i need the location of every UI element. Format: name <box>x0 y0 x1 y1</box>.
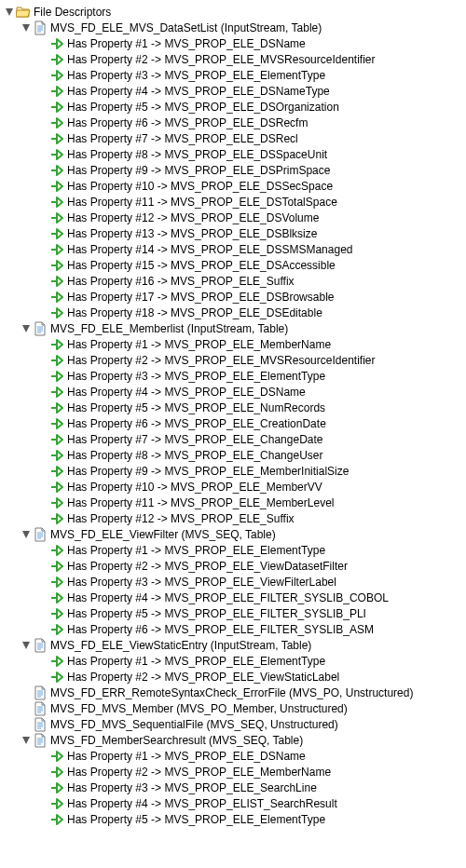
tree-item-label: Has Property #5 -> MVS_PROP_ELE_FILTER_S… <box>67 607 366 620</box>
property-arrow-icon <box>49 812 64 827</box>
tree-property[interactable]: Has Property #12 -> MVS_PROP_ELE_DSVolum… <box>4 210 462 225</box>
tree-property[interactable]: Has Property #13 -> MVS_PROP_ELE_DSBlksi… <box>4 225 462 241</box>
property-arrow-icon <box>49 749 64 764</box>
tree-node[interactable]: MVS_FD_MVS_Member (MVS_PO_Member, Unstru… <box>4 700 462 716</box>
file-icon <box>33 701 48 716</box>
property-arrow-icon <box>49 670 64 685</box>
tree-property[interactable]: Has Property #3 -> MVS_PROP_ELE_SearchLi… <box>4 780 462 795</box>
tree-item-label: MVS_FD_ELE_Memberlist (InputStream, Tabl… <box>50 322 288 335</box>
tree-property[interactable]: Has Property #6 -> MVS_PROP_ELE_FILTER_S… <box>4 621 462 637</box>
tree-property[interactable]: Has Property #11 -> MVS_PROP_ELE_DSTotal… <box>4 194 462 210</box>
collapse-icon[interactable] <box>4 7 14 17</box>
tree-property[interactable]: Has Property #14 -> MVS_PROP_ELE_DSSMSMa… <box>4 241 462 257</box>
property-arrow-icon <box>49 305 64 320</box>
tree-property[interactable]: Has Property #8 -> MVS_PROP_ELE_DSSpaceU… <box>4 146 462 162</box>
tree-property[interactable]: Has Property #15 -> MVS_PROP_ELE_DSAcces… <box>4 257 462 273</box>
tree-property[interactable]: Has Property #10 -> MVS_PROP_ELE_MemberV… <box>4 479 462 495</box>
tree-item-label: Has Property #3 -> MVS_PROP_ELE_SearchLi… <box>67 781 317 794</box>
tree-property[interactable]: Has Property #12 -> MVS_PROP_ELE_Suffix <box>4 510 462 526</box>
tree-property[interactable]: Has Property #2 -> MVS_PROP_ELE_MVSResou… <box>4 352 462 368</box>
collapse-icon[interactable] <box>21 22 31 33</box>
tree-property[interactable]: Has Property #1 -> MVS_PROP_ELE_DSName <box>4 748 462 764</box>
tree-property[interactable]: Has Property #4 -> MVS_PROP_ELE_DSNameTy… <box>4 83 462 99</box>
property-arrow-icon <box>49 131 64 146</box>
property-arrow-icon <box>49 195 64 210</box>
tree-item-label: Has Property #4 -> MVS_PROP_ELE_FILTER_S… <box>67 591 389 604</box>
tree-root-file-descriptors[interactable]: File Descriptors <box>4 4 462 20</box>
tree-node[interactable]: MVS_FD_ELE_MVS_DataSetList (InputStream,… <box>4 20 462 35</box>
collapse-icon[interactable] <box>21 735 31 745</box>
tree-property[interactable]: Has Property #18 -> MVS_PROP_ELE_DSEdita… <box>4 305 462 320</box>
collapse-icon[interactable] <box>21 640 31 650</box>
tree-item-label: Has Property #1 -> MVS_PROP_ELE_MemberNa… <box>67 338 331 351</box>
tree-property[interactable]: Has Property #2 -> MVS_PROP_ELE_ViewStat… <box>4 669 462 685</box>
property-arrow-icon <box>49 385 64 400</box>
tree-property[interactable]: Has Property #1 -> MVS_PROP_ELE_MemberNa… <box>4 336 462 352</box>
collapse-icon[interactable] <box>21 529 31 539</box>
property-arrow-icon <box>49 210 64 225</box>
tree-item-label: Has Property #4 -> MVS_PROP_ELIST_Search… <box>67 797 337 810</box>
tree-view[interactable]: File DescriptorsMVS_FD_ELE_MVS_DataSetLi… <box>4 4 462 827</box>
tree-item-label: Has Property #18 -> MVS_PROP_ELE_DSEdita… <box>67 306 322 319</box>
property-arrow-icon <box>49 242 64 257</box>
tree-node[interactable]: MVS_FD_ELE_Memberlist (InputStream, Tabl… <box>4 320 462 336</box>
tree-node[interactable]: MVS_FD_ELE_ViewFilter (MVS_SEQ, Table) <box>4 526 462 542</box>
tree-property[interactable]: Has Property #3 -> MVS_PROP_ELE_ElementT… <box>4 67 462 83</box>
tree-property[interactable]: Has Property #5 -> MVS_PROP_ELE_DSOrgani… <box>4 99 462 115</box>
tree-property[interactable]: Has Property #5 -> MVS_PROP_ELE_NumRecor… <box>4 400 462 415</box>
tree-property[interactable]: Has Property #1 -> MVS_PROP_ELE_ElementT… <box>4 542 462 558</box>
tree-item-label: Has Property #11 -> MVS_PROP_ELE_DSTotal… <box>67 196 337 209</box>
tree-property[interactable]: Has Property #1 -> MVS_PROP_ELE_DSName <box>4 35 462 51</box>
property-arrow-icon <box>49 337 64 352</box>
property-arrow-icon <box>49 274 64 289</box>
tree-item-label: Has Property #9 -> MVS_PROP_ELE_DSPrimSp… <box>67 164 330 177</box>
tree-item-label: Has Property #4 -> MVS_PROP_ELE_DSName <box>67 386 306 399</box>
tree-item-label: Has Property #3 -> MVS_PROP_ELE_ElementT… <box>67 69 325 82</box>
tree-property[interactable]: Has Property #3 -> MVS_PROP_ELE_ElementT… <box>4 368 462 384</box>
tree-property[interactable]: Has Property #9 -> MVS_PROP_ELE_MemberIn… <box>4 463 462 479</box>
tree-node[interactable]: MVS_FD_ELE_ViewStaticEntry (InputStream,… <box>4 637 462 653</box>
tree-item-label: Has Property #2 -> MVS_PROP_ELE_MVSResou… <box>67 53 375 66</box>
tree-property[interactable]: Has Property #2 -> MVS_PROP_ELE_MemberNa… <box>4 764 462 780</box>
tree-property[interactable]: Has Property #1 -> MVS_PROP_ELE_ElementT… <box>4 653 462 669</box>
property-arrow-icon <box>49 163 64 178</box>
tree-property[interactable]: Has Property #5 -> MVS_PROP_ELE_FILTER_S… <box>4 605 462 621</box>
property-arrow-icon <box>49 84 64 99</box>
tree-property[interactable]: Has Property #5 -> MVS_PROP_ELE_ElementT… <box>4 811 462 827</box>
tree-property[interactable]: Has Property #4 -> MVS_PROP_ELE_FILTER_S… <box>4 590 462 605</box>
tree-property[interactable]: Has Property #3 -> MVS_PROP_ELE_ViewFilt… <box>4 574 462 590</box>
tree-property[interactable]: Has Property #2 -> MVS_PROP_ELE_MVSResou… <box>4 51 462 67</box>
tree-item-label: Has Property #7 -> MVS_PROP_ELE_DSRecl <box>67 132 298 145</box>
tree-property[interactable]: Has Property #11 -> MVS_PROP_ELE_MemberL… <box>4 495 462 510</box>
property-arrow-icon <box>49 464 64 479</box>
tree-property[interactable]: Has Property #6 -> MVS_PROP_ELE_DSRecfm <box>4 115 462 130</box>
property-arrow-icon <box>49 543 64 558</box>
tree-property[interactable]: Has Property #6 -> MVS_PROP_ELE_Creation… <box>4 415 462 431</box>
tree-item-label: Has Property #1 -> MVS_PROP_ELE_ElementT… <box>67 544 325 557</box>
tree-property[interactable]: Has Property #9 -> MVS_PROP_ELE_DSPrimSp… <box>4 162 462 178</box>
tree-property[interactable]: Has Property #2 -> MVS_PROP_ELE_ViewData… <box>4 558 462 574</box>
collapse-icon[interactable] <box>21 323 31 333</box>
property-arrow-icon <box>49 511 64 526</box>
tree-property[interactable]: Has Property #4 -> MVS_PROP_ELE_DSName <box>4 384 462 400</box>
tree-item-label: MVS_FD_ELE_ViewFilter (MVS_SEQ, Table) <box>50 528 276 541</box>
tree-property[interactable]: Has Property #10 -> MVS_PROP_ELE_DSSecSp… <box>4 178 462 194</box>
tree-item-label: Has Property #6 -> MVS_PROP_ELE_FILTER_S… <box>67 623 374 636</box>
tree-node[interactable]: MVS_FD_MemberSearchresult (MVS_SEQ, Tabl… <box>4 732 462 748</box>
file-icon <box>33 20 48 35</box>
tree-item-label: Has Property #11 -> MVS_PROP_ELE_MemberL… <box>67 496 334 509</box>
tree-property[interactable]: Has Property #7 -> MVS_PROP_ELE_ChangeDa… <box>4 431 462 447</box>
tree-item-label: Has Property #1 -> MVS_PROP_ELE_ElementT… <box>67 655 325 668</box>
tree-node[interactable]: MVS_FD_MVS_SequentialFile (MVS_SEQ, Unst… <box>4 716 462 732</box>
file-icon <box>33 717 48 732</box>
tree-node[interactable]: MVS_FD_ERR_RemoteSyntaxCheck_ErrorFile (… <box>4 685 462 700</box>
property-arrow-icon <box>49 179 64 194</box>
tree-property[interactable]: Has Property #8 -> MVS_PROP_ELE_ChangeUs… <box>4 447 462 463</box>
tree-property[interactable]: Has Property #17 -> MVS_PROP_ELE_DSBrows… <box>4 289 462 305</box>
tree-property[interactable]: Has Property #16 -> MVS_PROP_ELE_Suffix <box>4 273 462 289</box>
tree-item-label: MVS_FD_ERR_RemoteSyntaxCheck_ErrorFile (… <box>50 686 413 699</box>
tree-property[interactable]: Has Property #4 -> MVS_PROP_ELIST_Search… <box>4 795 462 811</box>
tree-property[interactable]: Has Property #7 -> MVS_PROP_ELE_DSRecl <box>4 130 462 146</box>
tree-item-label: Has Property #1 -> MVS_PROP_ELE_DSName <box>67 37 306 50</box>
tree-item-label: Has Property #5 -> MVS_PROP_ELE_NumRecor… <box>67 401 325 414</box>
